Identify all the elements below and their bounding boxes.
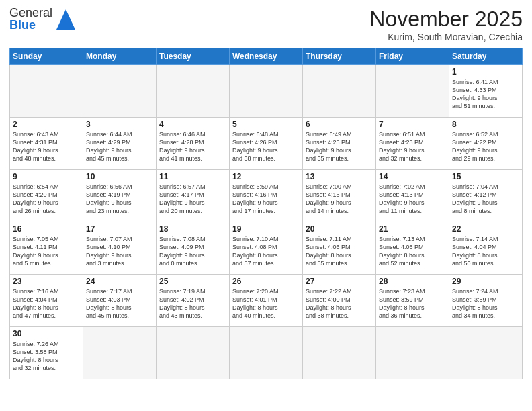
- calendar-cell-3-5: 21Sunrise: 7:13 AM Sunset: 4:05 PM Dayli…: [376, 222, 449, 275]
- calendar-cell-5-2: [157, 327, 230, 379]
- day-number: 18: [159, 224, 226, 234]
- day-info: Sunrise: 7:26 AM Sunset: 3:58 PM Dayligh…: [13, 340, 80, 373]
- calendar-cell-0-0: [10, 65, 83, 118]
- calendar-cell-0-4: [303, 65, 376, 118]
- week-row-2: 2Sunrise: 6:43 AM Sunset: 4:31 PM Daylig…: [10, 118, 523, 170]
- header-saturday: Saturday: [449, 48, 523, 65]
- day-number: 21: [379, 224, 446, 234]
- day-number: 30: [13, 329, 80, 338]
- day-info: Sunrise: 6:41 AM Sunset: 4:33 PM Dayligh…: [452, 78, 519, 111]
- calendar-cell-4-1: 24Sunrise: 7:17 AM Sunset: 4:03 PM Dayli…: [83, 275, 157, 327]
- days-header-row: Sunday Monday Tuesday Wednesday Thursday…: [10, 48, 523, 65]
- week-row-5: 23Sunrise: 7:16 AM Sunset: 4:04 PM Dayli…: [10, 275, 523, 327]
- calendar-cell-1-1: 3Sunrise: 6:44 AM Sunset: 4:29 PM Daylig…: [83, 118, 157, 170]
- week-row-4: 16Sunrise: 7:05 AM Sunset: 4:11 PM Dayli…: [10, 222, 523, 275]
- calendar-cell-1-4: 6Sunrise: 6:49 AM Sunset: 4:25 PM Daylig…: [303, 118, 376, 170]
- day-info: Sunrise: 7:02 AM Sunset: 4:13 PM Dayligh…: [379, 183, 446, 216]
- day-info: Sunrise: 6:49 AM Sunset: 4:25 PM Dayligh…: [306, 130, 373, 163]
- logo-triangle-svg: [55, 8, 77, 31]
- calendar-cell-0-1: [83, 65, 157, 118]
- day-number: 24: [86, 277, 153, 286]
- calendar-cell-1-2: 4Sunrise: 6:46 AM Sunset: 4:28 PM Daylig…: [157, 118, 230, 170]
- day-info: Sunrise: 7:23 AM Sunset: 3:59 PM Dayligh…: [379, 287, 446, 320]
- day-info: Sunrise: 7:24 AM Sunset: 3:59 PM Dayligh…: [452, 287, 519, 320]
- calendar-subtitle: Kurim, South Moravian, Czechia: [369, 32, 523, 42]
- calendar-cell-4-6: 29Sunrise: 7:24 AM Sunset: 3:59 PM Dayli…: [449, 275, 523, 327]
- calendar-cell-1-3: 5Sunrise: 6:48 AM Sunset: 4:26 PM Daylig…: [230, 118, 303, 170]
- day-number: 3: [86, 120, 153, 129]
- week-row-6: 30Sunrise: 7:26 AM Sunset: 3:58 PM Dayli…: [10, 327, 523, 379]
- calendar-table: Sunday Monday Tuesday Wednesday Thursday…: [9, 48, 523, 379]
- header-thursday: Thursday: [303, 48, 376, 65]
- day-info: Sunrise: 7:14 AM Sunset: 4:04 PM Dayligh…: [452, 235, 519, 268]
- header: GeneralBlue November 2025 Kurim, South M…: [9, 7, 523, 42]
- day-info: Sunrise: 7:20 AM Sunset: 4:01 PM Dayligh…: [232, 287, 300, 320]
- day-number: 13: [306, 172, 373, 181]
- day-number: 25: [159, 277, 226, 286]
- calendar-cell-5-0: 30Sunrise: 7:26 AM Sunset: 3:58 PM Dayli…: [10, 327, 83, 379]
- day-number: 14: [379, 172, 446, 181]
- header-monday: Monday: [83, 48, 157, 65]
- day-number: 8: [452, 120, 519, 129]
- week-row-3: 9Sunrise: 6:54 AM Sunset: 4:20 PM Daylig…: [10, 170, 523, 222]
- calendar-cell-3-3: 19Sunrise: 7:10 AM Sunset: 4:08 PM Dayli…: [230, 222, 303, 275]
- calendar-cell-5-6: [449, 327, 523, 379]
- day-number: 20: [306, 224, 373, 234]
- day-info: Sunrise: 7:19 AM Sunset: 4:02 PM Dayligh…: [159, 287, 226, 320]
- day-info: Sunrise: 7:17 AM Sunset: 4:03 PM Dayligh…: [86, 287, 153, 320]
- day-number: 2: [13, 120, 80, 129]
- day-info: Sunrise: 7:11 AM Sunset: 4:06 PM Dayligh…: [306, 235, 373, 268]
- day-number: 19: [232, 224, 300, 234]
- day-number: 29: [452, 277, 519, 286]
- header-tuesday: Tuesday: [157, 48, 230, 65]
- day-info: Sunrise: 7:10 AM Sunset: 4:08 PM Dayligh…: [232, 235, 300, 268]
- day-number: 22: [452, 224, 519, 234]
- header-wednesday: Wednesday: [230, 48, 303, 65]
- calendar-cell-3-0: 16Sunrise: 7:05 AM Sunset: 4:11 PM Dayli…: [10, 222, 83, 275]
- day-info: Sunrise: 7:04 AM Sunset: 4:12 PM Dayligh…: [452, 183, 519, 216]
- calendar-cell-3-4: 20Sunrise: 7:11 AM Sunset: 4:06 PM Dayli…: [303, 222, 376, 275]
- day-number: 16: [13, 224, 80, 234]
- day-number: 28: [379, 277, 446, 286]
- calendar-cell-2-3: 12Sunrise: 6:59 AM Sunset: 4:16 PM Dayli…: [230, 170, 303, 222]
- day-number: 27: [306, 277, 373, 286]
- calendar-cell-2-5: 14Sunrise: 7:02 AM Sunset: 4:13 PM Dayli…: [376, 170, 449, 222]
- day-number: 11: [159, 172, 226, 181]
- calendar-cell-1-5: 7Sunrise: 6:51 AM Sunset: 4:23 PM Daylig…: [376, 118, 449, 170]
- day-number: 23: [13, 277, 80, 286]
- calendar-cell-4-4: 27Sunrise: 7:22 AM Sunset: 4:00 PM Dayli…: [303, 275, 376, 327]
- calendar-cell-1-0: 2Sunrise: 6:43 AM Sunset: 4:31 PM Daylig…: [10, 118, 83, 170]
- calendar-title: November 2025: [369, 7, 523, 32]
- calendar-cell-1-6: 8Sunrise: 6:52 AM Sunset: 4:22 PM Daylig…: [449, 118, 523, 170]
- logo: GeneralBlue: [9, 7, 77, 31]
- day-number: 9: [13, 172, 80, 181]
- calendar-cell-4-0: 23Sunrise: 7:16 AM Sunset: 4:04 PM Dayli…: [10, 275, 83, 327]
- day-info: Sunrise: 6:52 AM Sunset: 4:22 PM Dayligh…: [452, 130, 519, 163]
- calendar-cell-4-2: 25Sunrise: 7:19 AM Sunset: 4:02 PM Dayli…: [157, 275, 230, 327]
- day-info: Sunrise: 6:46 AM Sunset: 4:28 PM Dayligh…: [159, 130, 226, 163]
- calendar-cell-4-5: 28Sunrise: 7:23 AM Sunset: 3:59 PM Dayli…: [376, 275, 449, 327]
- calendar-cell-4-3: 26Sunrise: 7:20 AM Sunset: 4:01 PM Dayli…: [230, 275, 303, 327]
- calendar-cell-3-1: 17Sunrise: 7:07 AM Sunset: 4:10 PM Dayli…: [83, 222, 157, 275]
- calendar-cell-5-5: [376, 327, 449, 379]
- day-number: 15: [452, 172, 519, 181]
- calendar-cell-3-6: 22Sunrise: 7:14 AM Sunset: 4:04 PM Dayli…: [449, 222, 523, 275]
- day-number: 4: [159, 120, 226, 129]
- day-info: Sunrise: 6:48 AM Sunset: 4:26 PM Dayligh…: [232, 130, 300, 163]
- day-info: Sunrise: 7:05 AM Sunset: 4:11 PM Dayligh…: [13, 235, 80, 268]
- logo-icon: GeneralBlue: [9, 7, 77, 31]
- day-number: 5: [232, 120, 300, 129]
- day-number: 26: [232, 277, 300, 286]
- header-sunday: Sunday: [10, 48, 83, 65]
- title-block: November 2025 Kurim, South Moravian, Cze…: [369, 7, 523, 42]
- day-info: Sunrise: 7:22 AM Sunset: 4:00 PM Dayligh…: [306, 287, 373, 320]
- calendar-cell-5-3: [230, 327, 303, 379]
- calendar-cell-2-4: 13Sunrise: 7:00 AM Sunset: 4:15 PM Dayli…: [303, 170, 376, 222]
- day-info: Sunrise: 7:13 AM Sunset: 4:05 PM Dayligh…: [379, 235, 446, 268]
- day-info: Sunrise: 7:00 AM Sunset: 4:15 PM Dayligh…: [306, 183, 373, 216]
- calendar-cell-5-1: [83, 327, 157, 379]
- calendar-cell-0-3: [230, 65, 303, 118]
- day-info: Sunrise: 6:59 AM Sunset: 4:16 PM Dayligh…: [232, 183, 300, 216]
- header-friday: Friday: [376, 48, 449, 65]
- day-info: Sunrise: 7:07 AM Sunset: 4:10 PM Dayligh…: [86, 235, 153, 268]
